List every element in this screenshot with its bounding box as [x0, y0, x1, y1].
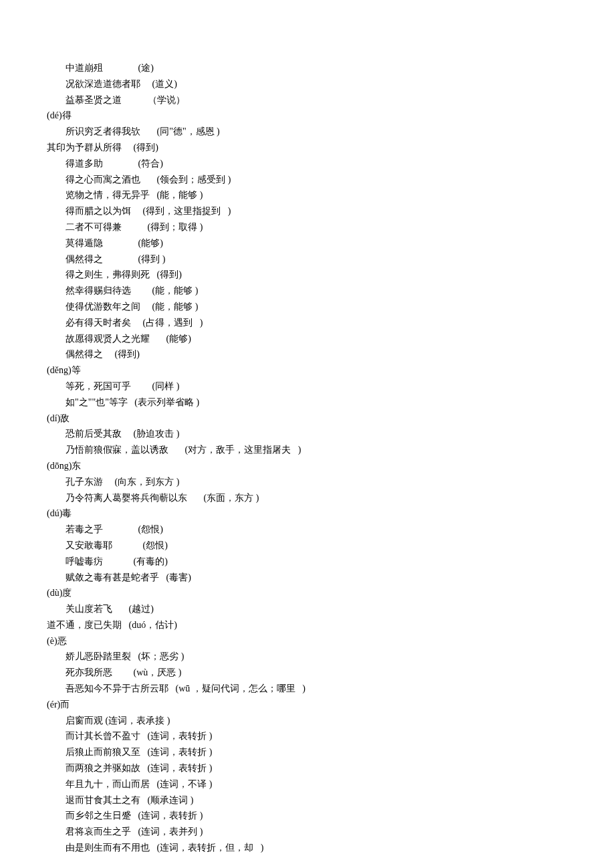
- text-line: (děng)等: [47, 362, 615, 378]
- text-line: 乃令符离人葛婴将兵徇蕲以东 (东面，东方 ): [66, 490, 615, 506]
- text-line: 得之则生，弗得则死 (得到): [66, 267, 615, 283]
- text-line: 乃悟前狼假寐，盖以诱敌 (对方，敌手，这里指屠夫 ): [66, 442, 615, 458]
- text-line: 得而腊之以为饵 (得到，这里指捉到 ): [66, 203, 615, 219]
- text-line: (dí)敌: [47, 411, 615, 427]
- text-line: 得道多助 (符合): [66, 156, 615, 172]
- text-line: 所识穷乏者得我欤 (同"德"，感恩 ): [66, 124, 615, 140]
- text-line: 中道崩殂 (途): [66, 60, 615, 76]
- text-line: 若毒之乎 (怨恨): [66, 522, 615, 538]
- text-line: 年且九十，而山而居 (连词，不译 ): [66, 776, 615, 792]
- text-line: 等死，死国可乎 (同样 ): [66, 378, 615, 395]
- text-line: 偶然得之 (得到 ): [66, 251, 615, 267]
- text-line: 览物之情，得无异乎 (能，能够 ): [66, 187, 615, 203]
- text-line: 死亦我所恶 (wù，厌恶 ): [66, 665, 615, 681]
- text-line: 吾恶知今不异于古所云耶 (wū ，疑问代词，怎么；哪里 ): [66, 681, 615, 697]
- text-line: 赋敛之毒有甚是蛇者乎 (毒害): [66, 570, 615, 586]
- text-line: 呼嘘毒疠 (有毒的): [66, 554, 615, 570]
- text-line: 退而甘食其土之有 (顺承连词 ): [66, 792, 615, 808]
- text-line: 二者不可得兼 (得到；取得 ): [66, 219, 615, 235]
- text-line: (dōng)东: [47, 458, 615, 474]
- text-line: 孔子东游 (向东，到东方 ): [66, 474, 615, 490]
- text-line: (è)恶: [47, 633, 615, 649]
- text-line: 恐前后受其敌 (胁迫攻击 ): [66, 426, 615, 442]
- text-line: 况欲深造道德者耶 (道义): [66, 76, 615, 92]
- text-line: 然幸得赐归待选 (能，能够 ): [66, 283, 615, 299]
- text-line: (dú)毒: [47, 506, 615, 522]
- text-line: 君将哀而生之乎 (连词，表并列 ): [66, 824, 615, 840]
- text-line: (dù)度: [47, 585, 615, 601]
- text-line: 益慕圣贤之道 （学说）: [66, 92, 615, 108]
- text-line: 其印为予群从所得 (得到): [47, 140, 615, 156]
- text-line: 使得优游数年之间 (能，能够 ): [66, 299, 615, 315]
- text-line: 故愿得观贤人之光耀 (能够): [66, 331, 615, 347]
- text-line: 后狼止而前狼又至 (连词，表转折 ): [66, 744, 615, 760]
- text-line: 得之心而寓之酒也 (领会到；感受到 ): [66, 172, 615, 188]
- text-line: 娇儿恶卧踏里裂 (坏；恶劣 ): [66, 649, 615, 665]
- text-line: (dé)得: [47, 108, 615, 124]
- text-line: 必有得天时者矣 (占得，遇到 ): [66, 315, 615, 331]
- text-line: 如"之""也"等字 (表示列举省略 ): [66, 395, 615, 411]
- text-line: 由是则生而有不用也 (连词，表转折，但，却 ): [66, 840, 615, 856]
- text-line: 莫得遁隐 (能够): [66, 235, 615, 251]
- text-line: 启窗而观 (连词，表承接 ): [66, 713, 615, 729]
- text-line: 偶然得之 (得到): [66, 346, 615, 362]
- text-line: 关山度若飞 (越过): [66, 601, 615, 617]
- document-body: 中道崩殂 (途)况欲深造道德者耶 (道义)益慕圣贤之道 （学说）(dé)得所识穷…: [47, 60, 615, 856]
- text-line: 而两狼之并驱如故 (连词，表转折 ): [66, 760, 615, 776]
- text-line: (ér)而: [47, 697, 615, 713]
- text-line: 又安敢毒耶 (怨恨): [66, 538, 615, 554]
- text-line: 而计其长曾不盈寸 (连词，表转折 ): [66, 728, 615, 744]
- text-line: 道不通，度已失期 (duó，估计): [47, 617, 615, 633]
- text-line: 而乡邻之生日蹙 (连词，表转折 ): [66, 808, 615, 824]
